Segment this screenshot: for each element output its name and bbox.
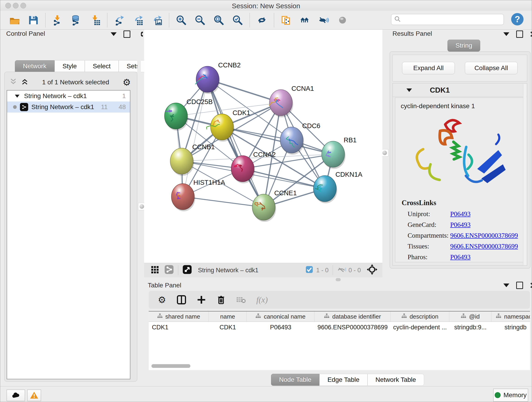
- node-CCNB1[interactable]: CCNB1: [170, 143, 215, 176]
- network-canvas[interactable]: CCNB2CCNA1CDC25BCDK1CDC6RB1CCNB1CCNA2CDK…: [144, 30, 382, 263]
- column-header-canonical-name[interactable]: canonical name: [247, 312, 315, 322]
- edge-CCNA2-CDKN1A[interactable]: [243, 169, 325, 189]
- results-scrollbar[interactable]: [523, 84, 526, 265]
- tree-row-network[interactable]: String Network – cdk11148: [7, 102, 130, 113]
- export-table-icon[interactable]: [132, 14, 145, 27]
- close-panel-icon[interactable]: [530, 282, 532, 288]
- float-panel-icon[interactable]: [516, 282, 523, 289]
- memory-button[interactable]: Memory: [493, 389, 528, 402]
- result-entry-header[interactable]: CDK1: [393, 83, 527, 97]
- zoom-selected-icon[interactable]: [231, 14, 244, 27]
- column-header-database-identifier[interactable]: database identifier: [315, 312, 391, 322]
- table-panel-controls: [503, 282, 532, 289]
- function-builder-icon[interactable]: f(x): [256, 295, 268, 305]
- node-CDK1[interactable]: CDK1: [207, 109, 250, 142]
- zoom-out-icon[interactable]: [194, 14, 206, 27]
- delete-column-icon[interactable]: [216, 295, 226, 304]
- tab-node-table[interactable]: Node Table: [271, 374, 319, 386]
- close-panel-icon[interactable]: [530, 31, 532, 37]
- show-all-icon[interactable]: [336, 14, 349, 27]
- float-panel-icon[interactable]: [516, 31, 523, 38]
- cloud-status-button[interactable]: [7, 390, 25, 401]
- network-view-icon[interactable]: [164, 265, 174, 276]
- table-cell: stringdb:9...: [449, 324, 491, 331]
- node-CCNB2[interactable]: CCNB2: [195, 61, 241, 94]
- tab-edge-table[interactable]: Edge Table: [319, 374, 367, 386]
- table-horizontal-scrollbar[interactable]: [152, 364, 190, 368]
- crosslink-label: Pharos:: [408, 253, 450, 261]
- float-menu-icon[interactable]: [111, 32, 117, 36]
- tab-select[interactable]: Select: [85, 60, 119, 72]
- float-menu-icon[interactable]: [503, 32, 509, 36]
- import-network-file-icon[interactable]: [51, 14, 64, 27]
- crosslink-link[interactable]: 9606.ENSP00000378699: [450, 242, 518, 250]
- bottom-splitter-handle[interactable]: [336, 278, 341, 281]
- collapse-all-button[interactable]: Collapse All: [465, 62, 518, 74]
- help-button[interactable]: ?: [511, 13, 524, 26]
- show-columns-icon[interactable]: [177, 295, 186, 305]
- float-panel-icon[interactable]: [123, 31, 130, 38]
- crosslink-link[interactable]: P06493: [450, 221, 471, 229]
- fit-content-crosshair-icon[interactable]: [367, 264, 377, 276]
- expand-collapse-icon[interactable]: [15, 95, 19, 98]
- tab-string[interactable]: String: [447, 40, 480, 51]
- node-CCNA1[interactable]: CCNA1: [269, 85, 314, 117]
- warning-status-button[interactable]: [27, 390, 41, 401]
- import-table-file-icon[interactable]: [89, 14, 101, 27]
- birds-eye-view-icon[interactable]: [182, 265, 192, 276]
- tab-network[interactable]: Network: [15, 60, 55, 72]
- column-header-namespace[interactable]: namespace: [491, 312, 530, 322]
- save-session-icon[interactable]: [27, 14, 40, 27]
- column-header-shared-name[interactable]: shared name: [149, 312, 209, 322]
- results-panel-title: Results Panel: [393, 30, 432, 37]
- create-column-icon[interactable]: [197, 295, 206, 304]
- tab-network-table[interactable]: Network Table: [367, 374, 424, 386]
- export-network-icon[interactable]: [113, 14, 126, 27]
- column-header--id[interactable]: @id: [449, 312, 491, 322]
- search-icon: [394, 16, 401, 23]
- tab-style[interactable]: Style: [55, 60, 85, 72]
- zoom-in-icon[interactable]: [175, 14, 188, 27]
- node-label-CDC25B: CDC25B: [186, 98, 213, 105]
- table-options-gear-icon[interactable]: ⚙: [158, 295, 166, 304]
- selected-nodes-count: 1 - 0: [316, 267, 329, 274]
- column-header-name[interactable]: name: [209, 312, 247, 322]
- float-menu-icon[interactable]: [503, 283, 509, 287]
- crosslink-link[interactable]: 9606.ENSP00000378699: [450, 232, 518, 239]
- expand-all-networks-icon[interactable]: [21, 78, 29, 87]
- memory-label: Memory: [503, 391, 526, 399]
- nodes-selected-checkbox[interactable]: [305, 265, 313, 275]
- right-splitter[interactable]: [382, 30, 386, 263]
- column-header-description[interactable]: description: [391, 312, 449, 322]
- hide-selected-icon[interactable]: [317, 14, 330, 27]
- node-RB1[interactable]: RB1: [322, 136, 356, 169]
- table-row[interactable]: CDK1CDK1P064939606.ENSP00000378699cyclin…: [149, 322, 530, 333]
- edge-CCNB2-CCNE1[interactable]: [208, 79, 264, 207]
- node-CCNE1[interactable]: CCNE1: [252, 189, 297, 222]
- node-label-HIST1H1A: HIST1H1A: [193, 179, 225, 186]
- search-box[interactable]: [391, 14, 504, 25]
- crosslink-link[interactable]: P06493: [450, 210, 471, 218]
- collapse-entry-icon[interactable]: [406, 89, 412, 92]
- toolbar-separator: [274, 13, 274, 27]
- grid-view-icon[interactable]: [151, 265, 160, 276]
- crosslink-label: Compartments:: [408, 232, 450, 239]
- zoom-fit-icon[interactable]: [212, 14, 225, 27]
- refresh-layout-icon[interactable]: [255, 14, 268, 27]
- tab-sets[interactable]: Sets: [119, 60, 147, 72]
- expand-all-button[interactable]: Expand All: [402, 62, 455, 74]
- first-neighbors-icon[interactable]: [298, 14, 311, 27]
- tree-row-collection[interactable]: String Network – cdk11: [7, 90, 130, 102]
- delete-table-icon[interactable]: [236, 295, 246, 305]
- node-CDKN1A[interactable]: CDKN1A: [313, 171, 362, 203]
- collapse-all-networks-icon[interactable]: [9, 78, 17, 87]
- node-HIST1H1A[interactable]: HIST1H1A: [171, 179, 225, 211]
- left-splitter[interactable]: [137, 30, 141, 277]
- crosslink-link[interactable]: P06493: [450, 253, 471, 261]
- open-session-icon[interactable]: [8, 14, 21, 27]
- export-image-icon[interactable]: [151, 14, 163, 27]
- copy-style-icon[interactable]: [280, 14, 293, 27]
- import-network-database-icon[interactable]: [70, 14, 83, 27]
- search-input[interactable]: [401, 16, 504, 23]
- network-options-gear-icon[interactable]: ⚙: [123, 78, 131, 87]
